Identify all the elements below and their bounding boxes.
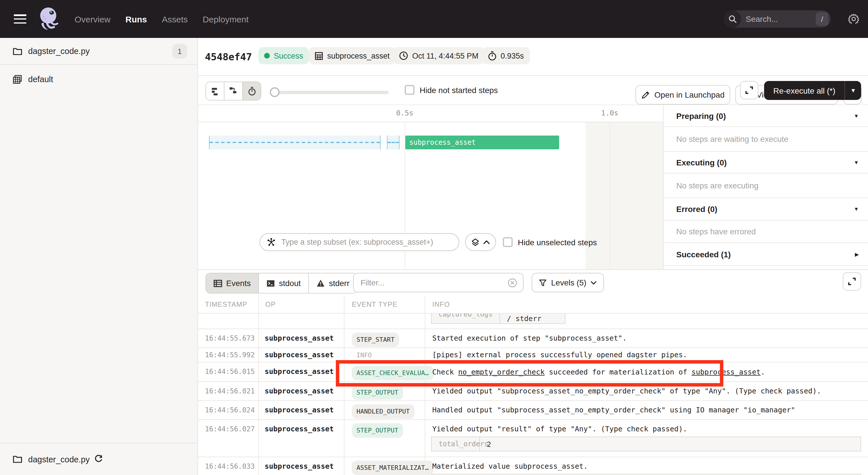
chevron-up-icon <box>484 240 490 244</box>
step-subset-input[interactable] <box>280 237 452 247</box>
panel-empty-executing: No steps are executing <box>663 174 868 198</box>
sidebar-item-default[interactable]: default <box>0 71 197 88</box>
gantt-time-axis: 0.5s 1.0s <box>198 105 663 122</box>
search-shortcut-key: / <box>816 12 828 26</box>
event-type-badge: ASSET_CHECK_EVALUA… <box>352 366 433 380</box>
events-table: TIMESTAMP OP EVENT TYPE INFO captured_lo… <box>198 296 868 475</box>
col-op: OP <box>265 300 276 308</box>
step-status-panel: Preparing (0)▼ No steps are waiting to e… <box>663 105 868 270</box>
metadata-table: total_orders 2 <box>431 437 861 451</box>
chevron-down-icon: ▼ <box>854 113 859 119</box>
settings-gear-icon[interactable] <box>848 13 859 25</box>
hide-not-started-checkbox[interactable] <box>405 85 414 95</box>
nav-item-runs[interactable]: Runs <box>125 14 147 24</box>
reexecute-dropdown-caret[interactable]: ▼ <box>844 81 861 100</box>
clock-icon <box>399 51 408 60</box>
view-mode-timed-icon[interactable] <box>243 82 260 100</box>
nav-item-overview[interactable]: Overview <box>74 14 111 24</box>
tab-events[interactable]: Events <box>206 273 259 293</box>
hide-not-started-row: Hide not started steps <box>405 85 498 95</box>
events-section: Events stdout stderr <box>198 270 868 475</box>
stopwatch-icon <box>488 51 497 61</box>
table-row-captured-logs: captured_logs View stdout / stderr <box>198 314 868 329</box>
log-filter-input[interactable] <box>360 277 507 288</box>
table-row-step-output-result[interactable]: 16:44:56.027 subprocess_asset STEP_OUTPU… <box>198 420 868 457</box>
view-mode-flat-icon[interactable] <box>206 82 224 100</box>
link-no-empty-order-check[interactable]: no_empty_order_check <box>458 367 545 376</box>
hide-not-started-label: Hide not started steps <box>420 85 498 94</box>
step-waiting-segment <box>209 136 381 149</box>
log-filter-wrap <box>353 273 524 292</box>
step-subset-input-wrap <box>259 233 459 251</box>
nav-item-assets[interactable]: Assets <box>162 14 188 24</box>
search-placeholder: Search... <box>746 14 816 24</box>
chevron-right-icon: ▶ <box>855 251 859 257</box>
view-mode-waterfall-icon[interactable] <box>224 82 243 100</box>
axis-tick-10s: 1.0s <box>601 109 618 117</box>
dagster-app: Overview Runs Assets Deployment Search..… <box>0 0 868 475</box>
bottom-code-location-label: dagster_code.py <box>28 455 90 464</box>
tab-stderr[interactable]: stderr <box>309 273 357 293</box>
gantt-step-bar[interactable]: subprocess_asset <box>405 136 559 149</box>
metadata-table-partial <box>431 474 861 475</box>
panel-section-preparing[interactable]: Preparing (0)▼ <box>663 105 868 127</box>
step-graph-icon <box>267 238 276 246</box>
chevron-down-icon: ▼ <box>854 159 859 165</box>
code-location-count-badge: 1 <box>172 43 187 59</box>
table-row[interactable]: 16:44:56.024 subprocess_asset HANDLED_OU… <box>198 401 868 420</box>
gantt-zoom-slider[interactable] <box>271 91 389 94</box>
global-search[interactable]: Search... / <box>724 10 831 28</box>
panel-section-executing[interactable]: Executing (0)▼ <box>663 152 868 174</box>
col-timestamp: TIMESTAMP <box>205 300 247 308</box>
log-view-tabs: Events stdout stderr <box>206 273 358 294</box>
gantt-fullscreen-button[interactable] <box>740 81 758 99</box>
events-fullscreen-button[interactable] <box>843 272 861 291</box>
event-type-badge: STEP_START <box>352 332 399 347</box>
job-grid-icon <box>12 75 22 84</box>
warning-icon <box>316 279 325 287</box>
metadata-value: 2 <box>480 437 498 451</box>
table-row-asset-check[interactable]: 16:44:56.015 subprocess_asset ASSET_CHEC… <box>198 362 868 382</box>
col-event-type: EVENT TYPE <box>352 300 398 308</box>
event-type-badge: ASSET_MATERIALIZAT… <box>352 461 433 475</box>
dagster-logo-icon[interactable] <box>37 6 60 32</box>
metadata-value-link[interactable]: View stdout / stderr <box>500 314 565 323</box>
expand-icon <box>848 277 856 286</box>
table-row[interactable]: 16:44:56.021 subprocess_asset STEP_OUTPU… <box>198 382 868 401</box>
table-icon <box>214 279 222 287</box>
table-row[interactable]: 16:44:55.673 subprocess_asset STEP_START… <box>198 329 868 348</box>
table-row-asset-materialization[interactable]: 16:44:56.033 subprocess_asset ASSET_MATE… <box>198 457 868 475</box>
console-icon <box>267 279 275 287</box>
link-subprocess-asset[interactable]: subprocess_asset <box>691 367 761 376</box>
event-type-badge: STEP_OUTPUT <box>352 423 403 438</box>
metadata-key: captured_logs <box>432 314 500 323</box>
panel-section-errored[interactable]: Errored (0)▼ <box>663 198 868 220</box>
hamburger-menu-icon[interactable] <box>14 14 26 24</box>
hide-unselected-checkbox[interactable] <box>503 237 513 247</box>
event-type-badge: HANDLED_OUTPUT <box>352 404 414 419</box>
nav-links: Overview Runs Assets Deployment <box>74 14 249 24</box>
axis-tick-05s: 0.5s <box>396 109 413 117</box>
tab-stdout[interactable]: stdout <box>259 273 309 293</box>
graph-query-toggle-button[interactable] <box>465 233 496 251</box>
slider-thumb[interactable] <box>270 87 280 97</box>
levels-dropdown[interactable]: Levels (5) <box>532 273 604 292</box>
folder-icon <box>12 455 22 464</box>
reload-icon[interactable] <box>94 455 103 464</box>
hide-unselected-label: Hide unselected steps <box>518 237 597 247</box>
events-toolbar: Events stdout stderr <box>198 270 868 296</box>
clear-filter-icon[interactable] <box>507 278 517 288</box>
code-location-label: dagster_code.py <box>28 47 90 56</box>
sidebar-bottom-code-location: dagster_code.py <box>0 443 198 475</box>
funnel-icon <box>539 279 547 286</box>
sidebar-code-location[interactable]: dagster_code.py 1 <box>0 38 197 65</box>
asset-tag[interactable]: subprocess_asset <box>309 47 396 64</box>
nav-item-deployment[interactable]: Deployment <box>203 14 249 24</box>
panel-section-succeeded[interactable]: Succeeded (1)▶ <box>663 243 868 266</box>
hide-unselected-row: Hide unselected steps <box>503 237 597 247</box>
panel-empty-preparing: No steps are waiting to execute <box>663 127 868 152</box>
reexecute-all-button[interactable]: Re-execute all (*) ▼ <box>764 81 861 100</box>
status-dot-icon <box>264 53 270 59</box>
table-row[interactable]: 16:44:55.992 subprocess_asset INFO [pipe… <box>198 348 868 362</box>
event-type-label: INFO <box>352 348 376 362</box>
